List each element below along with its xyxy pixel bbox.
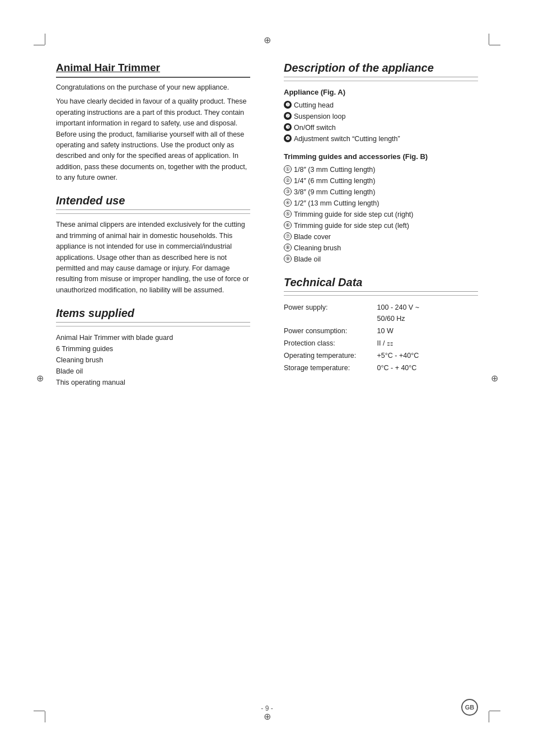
description-section: Description of the appliance Appliance (…: [284, 62, 478, 265]
items-supplied-title: Items supplied: [56, 307, 250, 323]
trimming-item-5: ⑤ Trimming guide for side step cut (righ…: [284, 209, 478, 220]
trimming-item-1: ① 1/8″ (3 mm Cutting length): [284, 164, 478, 175]
tech-value-power-supply: 100 - 240 V ~50/60 Hz: [377, 301, 478, 325]
appliance-list: ❶ Cutting head ❷ Suspension loop ❸ On/Of…: [284, 100, 478, 144]
main-title: Animal Hair Trimmer: [56, 62, 250, 78]
main-title-block: Animal Hair Trimmer Congratulations on t…: [56, 62, 250, 183]
tech-label-power-supply: Power supply:: [284, 301, 377, 325]
circle-3: ③: [284, 188, 292, 195]
list-item: Animal Hair Trimmer with blade guard: [56, 332, 250, 343]
items-supplied-list: Animal Hair Trimmer with blade guard 6 T…: [56, 332, 250, 388]
crop-mark-bl-v: [45, 711, 45, 722]
content-area: Animal Hair Trimmer Congratulations on t…: [56, 62, 478, 694]
tech-value-protection: II / ⚏: [377, 337, 478, 349]
trimming-item-4-text: 1/2″ (13 mm Cutting length): [294, 198, 379, 209]
appliance-item-1: ❶ Cutting head: [284, 100, 478, 111]
bullet-2: ❷: [284, 112, 292, 120]
registration-mark-bottom: [262, 711, 272, 721]
registration-mark-left: [35, 373, 45, 383]
left-column: Animal Hair Trimmer Congratulations on t…: [56, 62, 259, 694]
intended-use-section: Intended use These animal clippers are i…: [56, 194, 250, 296]
tech-value-consumption: 10 W: [377, 325, 478, 337]
table-row: Power consumption: 10 W: [284, 325, 478, 337]
trimming-item-3-text: 3/8″ (9 mm Cutting length): [294, 186, 375, 198]
intended-use-divider: [56, 213, 250, 214]
tech-value-storage-temp: 0°C - + 40°C: [377, 362, 478, 374]
registration-mark-right: [489, 373, 499, 383]
trimming-item-7: ⑦ Blade cover: [284, 231, 478, 242]
crop-mark-tr-h: [489, 45, 500, 45]
appliance-fig-label: Appliance (Fig. A): [284, 88, 478, 96]
items-supplied-section: Items supplied Animal Hair Trimmer with …: [56, 307, 250, 388]
right-column: Description of the appliance Appliance (…: [275, 62, 478, 694]
registration-mark-top: [262, 35, 272, 45]
tech-label-storage-temp: Storage temperature:: [284, 362, 377, 374]
list-item: 6 Trimming guides: [56, 343, 250, 354]
technical-title: Technical Data: [284, 276, 478, 292]
trimming-item-3: ③ 3/8″ (9 mm Cutting length): [284, 186, 478, 198]
tech-label-consumption: Power consumption:: [284, 325, 377, 337]
appliance-item-3: ❸ On/Off switch: [284, 122, 478, 133]
crop-mark-tl-h: [34, 45, 45, 45]
crop-mark-tr-v: [489, 34, 489, 45]
intro-paragraph-2: You have clearly decided in favour of a …: [56, 96, 250, 183]
list-item: Cleaning brush: [56, 354, 250, 366]
trimming-item-2-text: 1/4″ (6 mm Cutting length): [294, 175, 375, 186]
intended-use-title: Intended use: [56, 194, 250, 210]
trimming-item-1-text: 1/8″ (3 mm Cutting length): [294, 164, 375, 175]
trimming-item-8: ⑧ Cleaning brush: [284, 242, 478, 254]
circle-6: ⑥: [284, 221, 292, 229]
trimming-item-6-text: Trimming guide for side step cut (left): [294, 220, 409, 231]
appliance-item-2: ❷ Suspension loop: [284, 111, 478, 122]
circle-4: ④: [284, 199, 292, 207]
circle-2: ②: [284, 176, 292, 184]
circle-5: ⑤: [284, 210, 292, 218]
circle-7: ⑦: [284, 232, 292, 240]
page: Animal Hair Trimmer Congratulations on t…: [0, 0, 534, 756]
crop-mark-br-v: [489, 711, 489, 722]
bullet-4: ❹: [284, 134, 292, 142]
trimming-item-6: ⑥ Trimming guide for side step cut (left…: [284, 220, 478, 231]
intro-paragraph-1: Congratulations on the purchase of your …: [56, 82, 250, 93]
appliance-item-2-text: Suspension loop: [294, 111, 345, 122]
description-title: Description of the appliance: [284, 62, 478, 77]
bullet-1: ❶: [284, 101, 292, 109]
tech-label-op-temp: Operating temperature:: [284, 349, 377, 362]
trimming-item-8-text: Cleaning brush: [294, 242, 341, 254]
page-number: - 9 -: [261, 704, 273, 712]
table-row: Power supply: 100 - 240 V ~50/60 Hz: [284, 301, 478, 325]
country-badge: GB: [461, 699, 478, 716]
tech-label-protection: Protection class:: [284, 337, 377, 349]
appliance-item-4-text: Adjustment switch “Cutting length”: [294, 133, 400, 144]
trimming-fig-label: Trimming guides and accessories (Fig. B): [284, 152, 478, 161]
trimming-item-2: ② 1/4″ (6 mm Cutting length): [284, 175, 478, 186]
trimming-item-7-text: Blade cover: [294, 231, 331, 242]
intended-use-text: These animal clippers are intended exclu…: [56, 220, 250, 296]
trimming-list: ① 1/8″ (3 mm Cutting length) ② 1/4″ (6 m…: [284, 164, 478, 265]
items-supplied-divider: [56, 326, 250, 326]
table-row: Protection class: II / ⚏: [284, 337, 478, 349]
appliance-item-4: ❹ Adjustment switch “Cutting length”: [284, 133, 478, 144]
circle-1: ①: [284, 165, 292, 173]
table-row: Storage temperature: 0°C - + 40°C: [284, 362, 478, 374]
circle-8: ⑧: [284, 244, 292, 251]
table-row: Operating temperature: +5°C - +40°C: [284, 349, 478, 362]
circle-9: ⑨: [284, 255, 292, 263]
technical-divider: [284, 295, 478, 296]
tech-data-table: Power supply: 100 - 240 V ~50/60 Hz Powe…: [284, 301, 478, 374]
description-divider: [284, 81, 478, 81]
trimming-item-4: ④ 1/2″ (13 mm Cutting length): [284, 198, 478, 209]
list-item: This operating manual: [56, 377, 250, 388]
trimming-item-9-text: Blade oil: [294, 254, 321, 265]
tech-value-op-temp: +5°C - +40°C: [377, 349, 478, 362]
crop-mark-tl-v: [45, 34, 45, 45]
list-item: Blade oil: [56, 366, 250, 377]
appliance-item-3-text: On/Off switch: [294, 122, 336, 133]
bullet-3: ❸: [284, 123, 292, 131]
appliance-item-1-text: Cutting head: [294, 100, 334, 111]
technical-section: Technical Data Power supply: 100 - 240 V…: [284, 276, 478, 374]
page-footer: - 9 -: [0, 704, 534, 712]
trimming-item-5-text: Trimming guide for side step cut (right): [294, 209, 414, 220]
trimming-item-9: ⑨ Blade oil: [284, 254, 478, 265]
